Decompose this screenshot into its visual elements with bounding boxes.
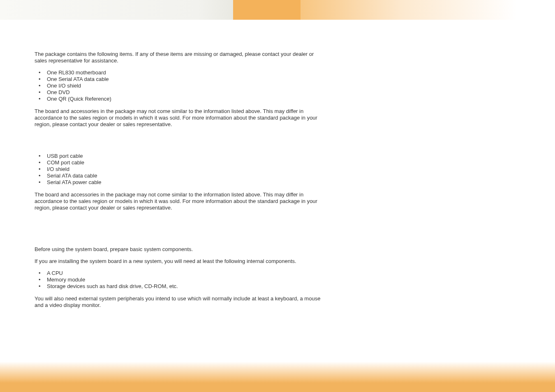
content-column: The package contains the following items…: [35, 51, 370, 314]
banner-mid: [233, 0, 301, 20]
list-item: Storage devices such as hard disk drive,…: [37, 283, 325, 290]
list-item: One QR (Quick Reference): [37, 96, 325, 102]
top-banner: [0, 0, 555, 20]
s1-list: One RL830 motherboard One Serial ATA dat…: [37, 69, 370, 102]
banner-left: [0, 0, 233, 20]
banner-right: [301, 0, 555, 20]
s3-list: A CPU Memory module Storage devices such…: [37, 270, 370, 290]
list-item: Serial ATA data cable: [37, 173, 325, 179]
s3-outro: You will also need external system perip…: [35, 295, 326, 309]
spacer: [35, 217, 370, 246]
page: The package contains the following items…: [0, 0, 555, 392]
list-item: USB port cable: [37, 153, 325, 159]
list-item: Memory module: [37, 277, 325, 283]
s1-intro: The package contains the following items…: [35, 51, 326, 64]
list-item: One RL830 motherboard: [37, 69, 325, 76]
list-item: One I/O shield: [37, 83, 325, 89]
spacer: [35, 133, 370, 152]
s3-intro1: Before using the system board, prepare b…: [35, 246, 326, 253]
list-item: I/O shield: [37, 166, 325, 173]
s1-note: The board and accessories in the package…: [35, 108, 326, 128]
s3-intro2: If you are installing the system board i…: [35, 258, 326, 265]
list-item: Serial ATA power cable: [37, 179, 325, 186]
list-item: COM port cable: [37, 159, 325, 166]
s2-list: USB port cable COM port cable I/O shield…: [37, 153, 370, 186]
list-item: One DVD: [37, 89, 325, 96]
bottom-banner: [0, 362, 555, 392]
list-item: One Serial ATA data cable: [37, 76, 325, 83]
s2-note: The board and accessories in the package…: [35, 191, 326, 211]
list-item: A CPU: [37, 270, 325, 277]
